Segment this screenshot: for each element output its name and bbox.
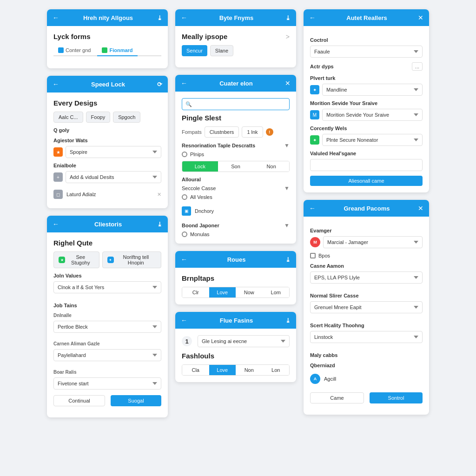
input-exrchant[interactable] — [310, 159, 423, 171]
toggle-now[interactable]: Now — [236, 287, 263, 298]
section-agiestor-wats: Agiestor Wats — [53, 138, 161, 143]
header-cliestoris-icon: ⤓ — [157, 221, 162, 228]
collapse-arrow-3: ▼ — [284, 222, 290, 229]
btn-foopy[interactable]: Foopy — [86, 112, 111, 123]
radio-all-vesles[interactable]: All Vesles — [182, 194, 290, 200]
toggle-love[interactable]: Love — [209, 287, 236, 298]
btn-sontrol[interactable]: Sontrol — [370, 392, 423, 403]
toggle-non[interactable]: Non — [253, 161, 289, 172]
panel-roues: ← Roues ⤓ Brnpltaps Clr Love Now Lom — [175, 251, 296, 304]
lock-toggle-group: Lock Son Non — [182, 161, 290, 172]
header-byte-icon: ⤓ — [285, 14, 291, 21]
back-icon-9[interactable]: ← — [309, 205, 316, 212]
select-eps[interactable]: EPS, LLA PPS Llyle — [310, 271, 423, 284]
btn-spgoch[interactable]: Spgoch — [113, 112, 140, 123]
back-icon[interactable]: ← — [53, 14, 59, 21]
toggle-son[interactable]: Son — [218, 161, 254, 172]
dots-button[interactable]: ... — [412, 62, 423, 71]
icon-green-1: ★ — [59, 257, 65, 263]
btn-sencur[interactable]: Sencur — [182, 45, 207, 56]
cliestoris-body-title: Righel Qute — [53, 239, 161, 247]
select-joln[interactable]: Clnok a lf & Sot Yers — [53, 281, 161, 293]
laturd-icon-x: ✕ — [157, 192, 161, 198]
select-grenuel[interactable]: Grenuel Mnere Eapit — [310, 301, 423, 313]
section-joln-values: Joln Values — [53, 273, 161, 278]
toggle-cla[interactable]: Cla — [182, 365, 209, 375]
section-seccole[interactable]: Seccole Casse ▼ — [182, 185, 290, 192]
toggle-lom[interactable]: Lom — [263, 287, 290, 298]
close-icon-3[interactable]: ✕ — [418, 205, 423, 212]
panel-cuater-elon-header: ← Cuater elon ✕ — [175, 75, 296, 92]
radio-plnips[interactable]: Plnips — [182, 152, 290, 157]
back-icon-3[interactable]: ← — [53, 220, 59, 228]
panel-cliestoris-header: ← Cliestoris ⤓ — [47, 216, 168, 232]
collapse-arrow-2: ▼ — [284, 185, 290, 192]
sub3-boar: Boar Ralis — [53, 370, 161, 375]
btn-1lnk[interactable]: 1 lnk — [242, 126, 263, 138]
column-3: ← Autet Reallers ✕ Coctrol Faaule Actr d… — [304, 9, 429, 415]
section-boond[interactable]: Boond Japoner ▼ — [182, 222, 290, 229]
section-casne-aamon: Casne Aamon — [310, 263, 423, 269]
select-paylellahard[interactable]: Paylellahard — [53, 349, 161, 361]
section-maly-cabbs: Maly cabbs — [310, 352, 423, 358]
btn-continual[interactable]: Continual — [53, 395, 105, 406]
select-mandline[interactable]: Mandline — [322, 84, 423, 96]
btn-noriftng[interactable]: ✦ Noriftng tell Hnopin — [102, 251, 161, 268]
select-plnte[interactable]: Plnte Secure Noneator — [322, 134, 423, 146]
tab-fionmard[interactable]: Fionmard — [97, 45, 137, 56]
column-1: ← Hreh nity Allgous ⤓ Lyck forms Conter … — [47, 9, 168, 417]
btn-aliesonall[interactable]: Aliesonall came — [310, 176, 423, 186]
btn-clustnbers[interactable]: Clustnbers — [205, 126, 239, 138]
select-fivetone[interactable]: Fivetone start — [53, 377, 161, 390]
toggle-lon[interactable]: Lon — [263, 365, 290, 375]
section-qberniazd: Qberniazd — [310, 363, 423, 368]
cuater-search-input[interactable] — [182, 98, 290, 110]
search-icon-1: 🔍 — [185, 101, 192, 107]
btn-suogal[interactable]: Suogal — [111, 395, 161, 406]
radio-monulas[interactable]: Monulas — [182, 231, 290, 237]
back-icon-8[interactable]: ← — [309, 14, 316, 21]
toggle-lock[interactable]: Lock — [182, 161, 218, 172]
btn-stughy[interactable]: ★ See Stugohy — [53, 251, 99, 268]
select-spopire[interactable]: Spopire — [66, 146, 161, 158]
actr-dyps-row: Actr dyps ... — [310, 62, 423, 71]
select-linstock[interactable]: Linstock — [310, 331, 423, 343]
select-faaule[interactable]: Faaule — [310, 46, 423, 58]
back-icon-4[interactable]: ← — [181, 14, 187, 21]
back-icon-5[interactable]: ← — [181, 79, 187, 87]
panel-speed-lock-header: ← Speed Lock ⟳ — [47, 76, 168, 93]
section-morition: Morition Sevide Your Sraive — [310, 100, 423, 106]
chevron-right: > — [286, 33, 290, 40]
close-icon-2[interactable]: ✕ — [418, 14, 423, 21]
dropdown-mandline-row: ✦ Mandline — [310, 84, 423, 96]
close-icon-1[interactable]: ✕ — [285, 79, 291, 87]
panel-lyck-forms: ← Hreh nity Allgous ⤓ Lyck forms Conter … — [47, 9, 168, 68]
resnorination-label: Resnorination Taple Descratts — [182, 143, 255, 148]
select-desits[interactable]: Add & vidual Desits — [66, 171, 161, 183]
select-morition[interactable]: Morition Sevide Your Sraive — [322, 109, 423, 121]
btn-aalc[interactable]: Aalc C... — [53, 112, 83, 123]
back-icon-2[interactable]: ← — [53, 80, 59, 88]
tab-icon-blue — [58, 47, 64, 53]
select-marcial[interactable]: Marcial - Jamager — [323, 236, 423, 248]
section-scert: Scert Hcality Thoohng — [310, 323, 423, 328]
btn-slane[interactable]: Slane — [210, 45, 233, 56]
toggle-non[interactable]: Non — [236, 365, 263, 375]
panel-autet-reallers: ← Autet Reallers ✕ Coctrol Faaule Actr d… — [304, 9, 429, 192]
section-alloural[interactable]: Alloural — [182, 177, 290, 182]
select-gle-lesing[interactable]: Gle Lesing ai eecne — [198, 335, 290, 347]
back-icon-7[interactable]: ← — [181, 317, 187, 324]
icon-green-2: ✦ — [310, 135, 319, 145]
toggle-clr[interactable]: Clr — [182, 287, 209, 298]
back-icon-6[interactable]: ← — [181, 256, 187, 263]
flue-toggle-group: Cla Love Non Lon — [182, 364, 290, 376]
toggle-love-2[interactable]: Love — [209, 365, 236, 375]
checkbox-bpos[interactable]: Bpos — [310, 253, 423, 258]
btn-came[interactable]: Came — [310, 392, 364, 403]
cuater-search-wrap: 🔍 — [182, 98, 290, 110]
panel-speed-lock: ← Speed Lock ⟳ Every Desigs Aalc C... Fo… — [47, 76, 168, 208]
select-pertloe[interactable]: Pertloe Bleck — [53, 321, 161, 333]
cliestoris-btn-row: ★ See Stugohy ✦ Noriftng tell Hnopin — [53, 251, 161, 268]
tab-contergnd[interactable]: Conter gnd — [53, 45, 95, 56]
section-resnorination[interactable]: Resnorination Taple Descratts ▼ — [182, 142, 290, 149]
